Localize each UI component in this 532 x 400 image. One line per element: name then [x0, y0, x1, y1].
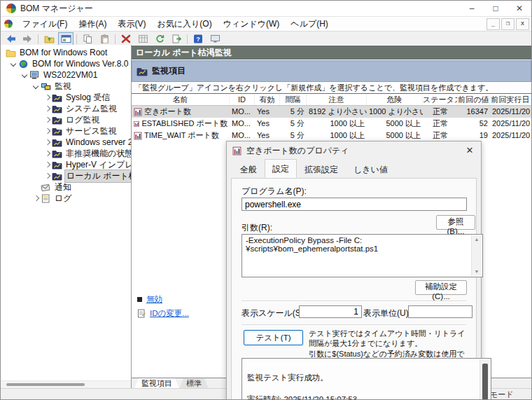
chevron-right-icon[interactable] [43, 160, 51, 169]
chevron-down-icon[interactable] [31, 82, 40, 90]
menu-help[interactable]: ヘルプ(H) [285, 17, 334, 32]
mdi-restore-button[interactable]: ❐ [501, 18, 514, 30]
program-name-input[interactable] [241, 198, 467, 211]
scroll-down-icon[interactable]: ▼ [472, 268, 482, 276]
tree-item-ws2022vm01[interactable]: WS2022VM01 [1, 69, 131, 81]
tree-item-label: 監視 [53, 81, 73, 92]
tree-item-ws2025-security[interactable]: Windows server 2025 セ [1, 137, 131, 148]
dialog-close-icon[interactable]: ✕ [458, 142, 481, 159]
tree-item-log[interactable]: ログ [1, 193, 131, 204]
tree-item-bom-local[interactable]: BOM for Windows Ver.8.0 (ローカル) [1, 58, 131, 69]
menu-bar: ファイル(F) 操作(A) 表示(V) お気に入り(O) ウィンドウ(W) ヘル… [1, 17, 531, 32]
test-button[interactable]: テスト(T) [244, 330, 303, 345]
scrollbar-thumb[interactable] [6, 383, 85, 386]
chevron-right-icon[interactable] [43, 116, 51, 124]
chevron-right-icon[interactable] [43, 172, 51, 180]
chevron-down-icon[interactable] [20, 71, 29, 79]
forward-icon[interactable] [20, 32, 35, 46]
minimize-button[interactable]: – [460, 1, 484, 16]
cell-id: MO... [230, 118, 255, 130]
column-header[interactable]: 前回の値 [458, 94, 490, 105]
copy-icon[interactable] [80, 32, 95, 46]
tree-item-deprecated-check[interactable]: 非推奨機能の状態チェック [1, 148, 131, 159]
toolbar-separator [187, 34, 188, 44]
result-scrollbar[interactable] [479, 359, 490, 400]
bullet-icon [137, 297, 142, 302]
cell-last-value: 16347 [458, 106, 490, 118]
column-header[interactable]: 有効 [255, 94, 280, 105]
section-title: 監視項目 [152, 65, 186, 77]
menu-file[interactable]: ファイル(F) [17, 17, 73, 32]
menu-action[interactable]: 操作(A) [73, 17, 112, 32]
tree-item-syslog[interactable]: Syslog 受信 [1, 92, 131, 103]
mdi-close-button[interactable]: x [516, 18, 529, 30]
args-textarea[interactable]: -ExecutionPolicy Bypass -File C:¥scripts… [241, 234, 483, 277]
chevron-down-icon[interactable] [9, 60, 18, 68]
column-header[interactable]: ステータス [423, 94, 458, 105]
counter-icon [232, 146, 241, 156]
table-header: 名前 ID 有効 間隔 注意 危険 ステータス 前回の値 前回実行日 [132, 94, 531, 106]
chevron-right-icon[interactable] [43, 138, 51, 146]
scroll-up-icon[interactable]: ▲ [472, 235, 482, 244]
tree-item-monitoring[interactable]: 監視 [1, 81, 131, 92]
monitor-icon[interactable] [207, 32, 223, 46]
tree-item-service-monitor[interactable]: サービス監視 [1, 125, 131, 137]
display-unit-input[interactable] [408, 305, 472, 318]
maximize-button[interactable]: □ [484, 1, 507, 16]
tab-extended-settings[interactable]: 拡張設定 [297, 160, 346, 179]
toolbar-separator [76, 34, 77, 44]
table-row[interactable]: ESTABLISHED ポート数 MO... Yes 5 分 1000 以上 5… [132, 118, 531, 130]
mdi-minimize-button[interactable]: _ [486, 18, 500, 30]
folder-up-icon[interactable] [41, 32, 57, 46]
menu-favorites[interactable]: お気に入り(O) [151, 17, 217, 32]
help-icon[interactable]: ? [190, 32, 206, 46]
tree-item-root[interactable]: BOM for Windows Root [1, 47, 131, 58]
cell-last-run: 2025/11/20 15 [490, 106, 531, 118]
tab-settings[interactable]: 設定 [265, 159, 297, 178]
disable-link[interactable]: 無効 [146, 294, 162, 305]
chevron-right-icon[interactable] [43, 104, 51, 113]
app-window: BOM マネージャー – □ ✕ ファイル(F) 操作(A) 表示(V) お気に… [0, 0, 532, 400]
menu-window[interactable]: ウィンドウ(W) [218, 17, 286, 32]
tree-item-local-port-monitor[interactable]: ローカル ポート枯渇監視 [1, 170, 131, 181]
display-scale-input[interactable] [299, 305, 362, 318]
scrollbar-thumb[interactable] [482, 364, 488, 400]
table-row[interactable]: 空きポート数 MO... Yes 5 分 8192 より小さい 1000 より小… [132, 106, 531, 118]
browse-button[interactable]: 参照(B)... [436, 215, 475, 230]
chevron-right-icon[interactable] [43, 149, 51, 158]
tree-item-notification[interactable]: 通知 [1, 181, 131, 193]
chevron-right-icon[interactable] [31, 194, 40, 202]
close-button[interactable]: ✕ [507, 1, 531, 16]
column-header[interactable]: 注意 [307, 94, 367, 105]
chevron-right-icon[interactable] [43, 127, 51, 135]
delete-icon[interactable] [118, 32, 134, 46]
column-header[interactable]: 間隔 [280, 94, 307, 105]
tree-item-log-monitor[interactable]: ログ監視 [1, 114, 131, 125]
cell-last-run: 2025/11/20 15 [490, 130, 531, 142]
export-icon[interactable] [169, 32, 184, 46]
args-scrollbar[interactable]: ▲ ▼ [471, 235, 482, 276]
column-header[interactable]: 前回実行日 [490, 94, 531, 105]
args-value: -ExecutionPolicy Bypass -File C:¥scripts… [246, 236, 378, 253]
change-id-link[interactable]: IDの変更... [150, 308, 189, 319]
test-result-box[interactable]: 監視テスト実行成功。 実行時刻: 2025/11/20 15:07:53 実行時… [241, 358, 491, 400]
tab-standard[interactable]: 標準 [179, 378, 209, 389]
table-row[interactable]: TIME_WAIT ポート数 MO... Yes 5 分 1000 以上 500… [132, 130, 531, 142]
tab-threshold[interactable]: しきい値 [346, 160, 396, 179]
tree-item-system-monitor[interactable]: システム監視 [1, 103, 131, 114]
column-header[interactable]: 危険 [367, 94, 423, 105]
chevron-right-icon[interactable] [43, 93, 51, 102]
refresh-icon[interactable] [152, 32, 167, 46]
paste-icon[interactable] [97, 32, 112, 46]
column-header[interactable]: 名前 [132, 94, 230, 105]
aux-settings-button[interactable]: 補助設定(C)... [415, 280, 467, 295]
cell-last-run: 2025/11/20 15 [490, 118, 531, 130]
back-icon[interactable] [3, 32, 18, 46]
properties-icon[interactable] [135, 32, 150, 46]
view-window-icon[interactable] [58, 32, 74, 46]
tab-monitor-items[interactable]: 監視項目 [134, 378, 179, 389]
column-header[interactable]: ID [230, 94, 255, 105]
counter-icon [134, 120, 139, 128]
menu-view[interactable]: 表示(V) [112, 17, 151, 32]
tab-general[interactable]: 全般 [232, 160, 265, 179]
